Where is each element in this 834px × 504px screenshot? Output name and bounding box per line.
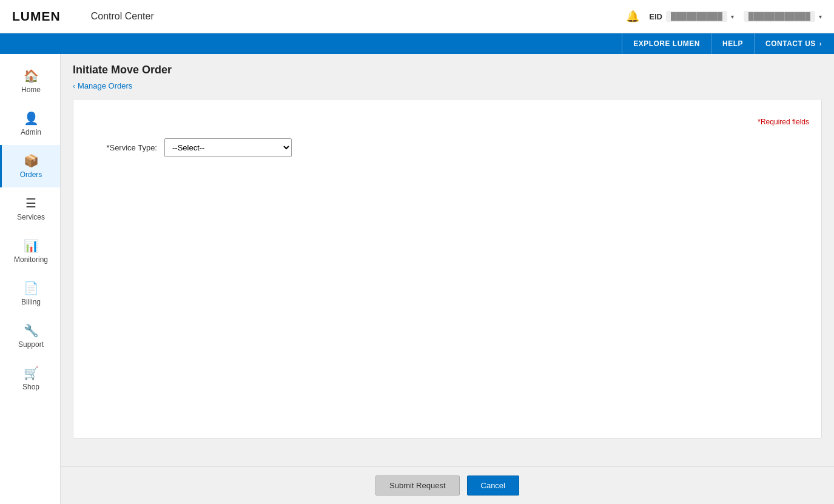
bottom-bar: Submit Request Cancel bbox=[61, 466, 834, 504]
eid-value: ██████████ bbox=[666, 11, 727, 22]
billing-icon: 📄 bbox=[24, 281, 39, 295]
user-value: ████████████ bbox=[744, 11, 815, 22]
shop-icon: 🛒 bbox=[24, 366, 39, 380]
sidebar-label-services: Services bbox=[17, 213, 45, 221]
explore-lumen-nav[interactable]: EXPLORE LUMEN bbox=[622, 33, 711, 54]
logo-text: LUMEN bbox=[12, 9, 61, 24]
content-area: Initiate Move Order ‹ Manage Orders *Req… bbox=[61, 54, 834, 466]
orders-icon: 📦 bbox=[24, 153, 39, 168]
sidebar-item-shop[interactable]: 🛒 Shop bbox=[0, 357, 60, 400]
eid-section: EID ██████████ ▾ bbox=[649, 11, 734, 22]
sidebar-label-billing: Billing bbox=[21, 298, 41, 306]
services-icon: ☰ bbox=[25, 196, 36, 210]
cancel-button[interactable]: Cancel bbox=[467, 475, 519, 496]
monitoring-icon: 📊 bbox=[24, 238, 39, 253]
submit-request-button[interactable]: Submit Request bbox=[375, 475, 460, 496]
sidebar-item-billing[interactable]: 📄 Billing bbox=[0, 272, 60, 315]
service-type-label: *Service Type: bbox=[86, 143, 164, 152]
sidebar-item-home[interactable]: 🏠 Home bbox=[0, 60, 60, 102]
sidebar-item-services[interactable]: ☰ Services bbox=[0, 187, 60, 230]
sidebar: 🏠 Home 👤 Admin 📦 Orders ☰ Services 📊 Mon… bbox=[0, 54, 61, 504]
sidebar-item-monitoring[interactable]: 📊 Monitoring bbox=[0, 230, 60, 272]
help-nav[interactable]: HELP bbox=[711, 33, 754, 54]
bell-icon[interactable]: 🔔 bbox=[626, 10, 639, 23]
home-icon: 🏠 bbox=[24, 69, 39, 83]
sidebar-item-admin[interactable]: 👤 Admin bbox=[0, 102, 60, 145]
user-dropdown-arrow[interactable]: ▾ bbox=[819, 13, 822, 20]
logo: LUMEN bbox=[12, 9, 61, 24]
contact-us-nav[interactable]: CONTACT US › bbox=[754, 33, 834, 54]
sidebar-label-admin: Admin bbox=[21, 128, 41, 136]
admin-icon: 👤 bbox=[24, 111, 39, 126]
blue-nav: EXPLORE LUMEN HELP CONTACT US › bbox=[0, 33, 834, 54]
sidebar-item-orders[interactable]: 📦 Orders bbox=[0, 145, 60, 187]
sidebar-label-monitoring: Monitoring bbox=[14, 255, 48, 264]
breadcrumb[interactable]: ‹ Manage Orders bbox=[73, 81, 822, 90]
header-title: Control Center bbox=[91, 11, 154, 22]
service-type-select[interactable]: --Select-- bbox=[164, 138, 292, 157]
eid-label: EID bbox=[649, 12, 662, 21]
sidebar-label-shop: Shop bbox=[22, 383, 39, 391]
sidebar-label-orders: Orders bbox=[20, 170, 42, 179]
top-header: LUMEN Control Center 🔔 EID ██████████ ▾ … bbox=[0, 0, 834, 33]
main-layout: 🏠 Home 👤 Admin 📦 Orders ☰ Services 📊 Mon… bbox=[0, 54, 834, 504]
service-type-row: *Service Type: --Select-- bbox=[86, 138, 809, 157]
sidebar-item-support[interactable]: 🔧 Support bbox=[0, 315, 60, 357]
user-section: ████████████ ▾ bbox=[744, 11, 822, 22]
required-note: *Required fields bbox=[86, 118, 809, 126]
sidebar-label-home: Home bbox=[21, 86, 41, 94]
form-panel: *Required fields *Service Type: --Select… bbox=[73, 99, 822, 438]
header-right: 🔔 EID ██████████ ▾ ████████████ ▾ bbox=[626, 10, 822, 23]
breadcrumb-label: Manage Orders bbox=[78, 81, 132, 90]
breadcrumb-arrow: ‹ bbox=[73, 82, 75, 90]
eid-dropdown-arrow[interactable]: ▾ bbox=[731, 13, 734, 20]
content-wrapper: Initiate Move Order ‹ Manage Orders *Req… bbox=[61, 54, 834, 504]
sidebar-label-support: Support bbox=[18, 340, 44, 349]
page-title: Initiate Move Order bbox=[73, 64, 822, 76]
contact-us-arrow: › bbox=[819, 40, 822, 47]
support-icon: 🔧 bbox=[24, 323, 39, 338]
